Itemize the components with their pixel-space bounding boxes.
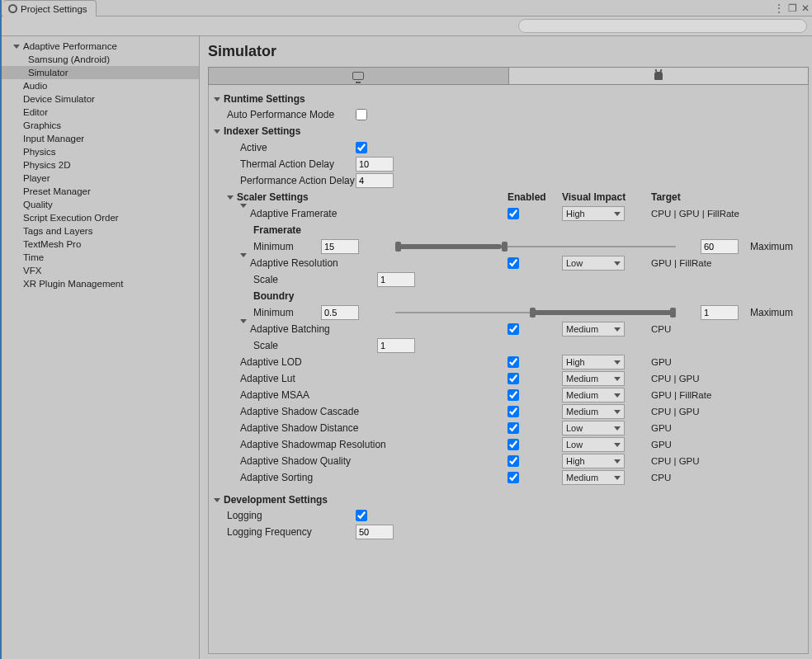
scaler-visual-select[interactable]: High	[562, 454, 625, 468]
chevron-down-icon	[614, 212, 621, 216]
sidebar-item-samsung-android-[interactable]: Samsung (Android)	[2, 53, 199, 66]
slider-handle-min[interactable]	[530, 308, 536, 318]
sidebar-item-time[interactable]: Time	[2, 251, 199, 264]
scaler-row: Adaptive Shadow CascadeMediumCPU | GPU	[214, 403, 800, 420]
main-panel: Simulator Runtime Settings Auto Perfor	[200, 36, 812, 659]
resolution-min-label: Minimum	[214, 307, 321, 318]
chevron-down-icon	[614, 476, 621, 480]
sidebar-item-vfx[interactable]: VFX	[2, 264, 199, 277]
indexer-settings-header[interactable]: Indexer Settings	[214, 124, 300, 139]
sidebar-item-device-simulator[interactable]: Device Simulator	[2, 92, 199, 106]
scaler-label: Adaptive Lut	[240, 373, 295, 384]
resolution-max-label: Maximum	[750, 307, 800, 318]
sidebar-item-player[interactable]: Player	[2, 172, 199, 185]
slider-handle-min[interactable]	[395, 242, 401, 252]
scaler-row: Adaptive Shadow QualityHighCPU | GPU	[214, 453, 800, 469]
logging-checkbox[interactable]	[356, 510, 367, 521]
slider-handle-max[interactable]	[502, 242, 508, 252]
scaler-enabled-checkbox[interactable]	[508, 373, 519, 384]
scaler-visual-select[interactable]: High	[562, 355, 625, 370]
tab-android[interactable]	[509, 68, 809, 84]
adaptive-framerate-visual[interactable]: High	[562, 206, 625, 221]
indexer-active-checkbox[interactable]	[356, 142, 367, 153]
sidebar-item-xr-plugin-management[interactable]: XR Plugin Management	[2, 277, 199, 290]
scaler-enabled-checkbox[interactable]	[508, 472, 519, 483]
sidebar-item-textmesh-pro[interactable]: TextMesh Pro	[2, 238, 199, 251]
development-settings-header[interactable]: Development Settings	[214, 492, 800, 507]
scaler-row: Adaptive MSAAMediumGPU | FillRate	[214, 387, 800, 403]
batching-scale-label: Scale	[214, 340, 346, 351]
sidebar-item-adaptive-performance[interactable]: Adaptive Performance	[2, 40, 199, 53]
scaler-row: Adaptive SortingMediumCPU	[214, 469, 800, 486]
sidebar-item-label: Adaptive Performance	[23, 41, 117, 51]
scaler-settings-header[interactable]: Scaler Settings	[227, 190, 309, 205]
slider-handle-max[interactable]	[670, 308, 676, 318]
sidebar-item-label: Physics 2D	[23, 160, 71, 170]
scaler-target: GPU	[651, 357, 800, 367]
scaler-visual-select[interactable]: Low	[562, 421, 625, 435]
sidebar-item-preset-manager[interactable]: Preset Manager	[2, 185, 199, 198]
adaptive-framerate-enabled[interactable]	[508, 208, 519, 219]
scaler-enabled-checkbox[interactable]	[508, 439, 519, 450]
scaler-visual-select[interactable]: Medium	[562, 388, 625, 402]
framerate-slider[interactable]	[395, 240, 676, 253]
sidebar-item-label: Editor	[23, 107, 48, 117]
chevron-down-icon	[614, 360, 621, 365]
sidebar-item-tags-and-layers[interactable]: Tags and Layers	[2, 224, 199, 238]
more-button[interactable]: ⋮	[772, 2, 786, 14]
thermal-delay-input[interactable]	[356, 157, 394, 172]
logging-freq-input[interactable]	[356, 525, 394, 539]
adaptive-batching-foldout[interactable]: Adaptive Batching	[240, 323, 330, 335]
resolution-slider[interactable]	[395, 306, 676, 319]
sidebar-item-audio[interactable]: Audio	[2, 79, 199, 92]
sidebar-item-physics-2d[interactable]: Physics 2D	[2, 158, 199, 172]
gear-icon	[8, 4, 17, 13]
sidebar-item-quality[interactable]: Quality	[2, 198, 199, 211]
scaler-enabled-checkbox[interactable]	[508, 389, 519, 401]
window-tab[interactable]: Project Settings	[3, 0, 97, 16]
scaler-visual-select[interactable]: Low	[562, 437, 625, 452]
adaptive-resolution-visual[interactable]: Low	[562, 256, 625, 271]
adaptive-batching-enabled[interactable]	[508, 323, 519, 335]
adaptive-framerate-foldout[interactable]: Adaptive Framerate	[240, 208, 337, 219]
scaler-visual-select[interactable]: Medium	[562, 404, 625, 419]
resolution-scale-input[interactable]	[377, 272, 415, 287]
chevron-down-icon	[214, 129, 220, 134]
framerate-max-input[interactable]	[701, 239, 739, 254]
sidebar-item-input-manager[interactable]: Input Manager	[2, 132, 199, 145]
sidebar-item-simulator[interactable]: Simulator	[2, 66, 199, 79]
indexer-active-label: Active	[214, 142, 356, 153]
resolution-max-input[interactable]	[701, 305, 739, 320]
tab-desktop[interactable]	[209, 68, 509, 84]
popout-button[interactable]: ❐	[786, 2, 799, 14]
auto-perf-mode-checkbox[interactable]	[356, 109, 367, 120]
scaler-enabled-checkbox[interactable]	[508, 356, 519, 368]
scaler-visual-select[interactable]: Medium	[562, 371, 625, 386]
scaler-enabled-checkbox[interactable]	[508, 406, 519, 417]
framerate-min-input[interactable]	[321, 239, 359, 254]
thermal-delay-label: Thermal Action Delay	[214, 158, 356, 170]
scaler-enabled-checkbox[interactable]	[508, 422, 519, 434]
chevron-down-icon	[240, 319, 247, 335]
android-icon	[654, 72, 663, 80]
adaptive-batching-visual[interactable]: Medium	[562, 322, 625, 337]
sidebar-item-graphics[interactable]: Graphics	[2, 119, 199, 132]
adaptive-resolution-enabled[interactable]	[508, 257, 519, 269]
close-button[interactable]: ✕	[799, 2, 812, 14]
scaler-visual-select[interactable]: Medium	[562, 470, 625, 485]
resolution-min-input[interactable]	[321, 305, 359, 320]
sidebar-item-script-execution-order[interactable]: Script Execution Order	[2, 211, 199, 224]
runtime-settings-header[interactable]: Runtime Settings	[214, 92, 800, 106]
sidebar-item-editor[interactable]: Editor	[2, 106, 199, 119]
perf-delay-input[interactable]	[356, 173, 394, 188]
search-input[interactable]	[518, 19, 807, 33]
framerate-max-label: Maximum	[750, 241, 800, 252]
sidebar-item-physics[interactable]: Physics	[2, 145, 199, 158]
sidebar-item-label: Quality	[23, 200, 53, 209]
chevron-down-icon	[240, 253, 247, 269]
batching-scale-input[interactable]	[377, 338, 415, 353]
monitor-icon	[352, 72, 364, 80]
adaptive-resolution-foldout[interactable]: Adaptive Resolution	[240, 257, 338, 269]
scaler-row: Adaptive Shadow DistanceLowGPU	[214, 420, 800, 436]
scaler-enabled-checkbox[interactable]	[508, 455, 519, 467]
